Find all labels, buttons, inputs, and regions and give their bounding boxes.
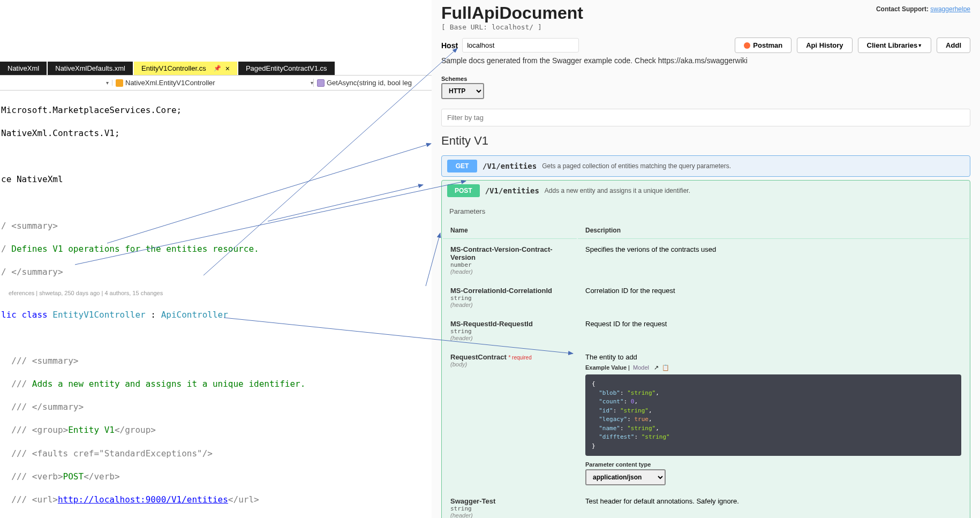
api-description: Sample docs generated from the Swagger e… [432,55,980,71]
copy-icon[interactable]: 📋 [662,364,669,371]
method-badge: GET [447,160,477,172]
th-name: Name [443,222,577,239]
code-line: lic class EntityV1Controller : ApiContro… [0,309,432,321]
code-line: / <summary> [0,220,432,232]
operation-post-entities[interactable]: POST /V1/entities Adds a new entity and … [441,180,970,518]
code-editor[interactable]: Microsoft.MarketplaceServices.Core; Nati… [0,91,432,518]
param-row: MS-Contract-Version-Contract-Versionnumb… [443,240,969,280]
api-title: FullApiDocument [441,3,583,23]
code-line: /// <faults cref="StandardExceptions"/> [0,448,432,460]
operation-path: /V1/entities [483,162,537,170]
code-line: ce NativeXml [0,174,432,185]
code-line: /// <group>Entity V1</group> [0,424,432,436]
postman-button[interactable]: Postman [735,37,791,53]
code-line: /// <summary> [0,355,432,367]
param-row: RequestContract * required(body) The ent… [443,348,969,491]
schemes-select[interactable]: HTTP [441,83,484,99]
code-line: /// <url>http://localhost:9000/V1/entiti… [0,494,432,506]
code-line: NativeXml.Contracts.V1; [0,127,432,139]
parameters-label: Parameters [449,207,485,215]
visual-studio-editor: NativeXml NativeXmlDefaults.xml EntityV1… [0,0,432,518]
code-line: Microsoft.MarketplaceServices.Core; [0,104,432,116]
nav-scope-dropdown[interactable]: ▾ [0,80,112,86]
method-badge: POST [447,184,480,197]
close-icon[interactable]: × [225,64,230,73]
operation-desc: Adds a new entity and assigns it a uniqu… [545,187,690,194]
api-history-button[interactable]: Api History [797,37,852,53]
host-input[interactable] [462,38,579,52]
codelens[interactable]: eferences | shwetap, 250 days ago | 4 au… [0,289,432,297]
external-link-icon[interactable]: ↗ [654,364,659,371]
client-libraries-button[interactable]: Client Libraries ▼ [858,37,932,53]
swagger-ui: FullApiDocument [ Base URL: localhost/ ]… [432,0,980,518]
filter-input[interactable] [441,109,970,126]
tab-nativexmldefaults[interactable]: NativeXmlDefaults.xml [48,62,133,75]
tab-nativexml[interactable]: NativeXml [0,62,47,75]
contact-link[interactable]: swaggerhelpe [930,5,970,13]
method-icon [317,79,325,87]
example-value-tab[interactable]: Example Value [585,364,627,371]
code-nav-bar: ▾ NativeXml.EntityV1Controller ▾ GetAsyn… [0,76,432,91]
schemes-label: Schemes [441,76,970,82]
nav-member-label: GetAsync(string id, bool leg [327,79,412,87]
tab-label: EntityV1Controller.cs [141,64,206,72]
operation-path: /V1/entities [485,186,539,195]
code-line: /// Adds a new entity and assigns it a u… [0,378,432,390]
chevron-down-icon: ▼ [917,43,922,48]
section-title[interactable]: Entity V1 [432,126,980,152]
operation-get-entities[interactable]: GET /V1/entities Gets a paged collection… [441,155,970,177]
content-type-select[interactable]: application/json [585,469,666,485]
param-row: Swagger-Teststring(header) Test header f… [443,492,969,518]
operation-desc: Gets a paged collection of entities matc… [542,162,731,170]
base-url: [ Base URL: localhost/ ] [441,23,583,31]
postman-icon [744,42,750,49]
param-desc: The entity to add [585,353,961,361]
parameters-table: Name Description MS-Contract-Version-Con… [442,221,970,518]
editor-tabs: NativeXml NativeXmlDefaults.xml EntityV1… [0,62,432,76]
th-desc: Description [578,222,969,239]
nav-member-dropdown[interactable]: GetAsync(string id, bool leg [314,79,432,87]
tab-pagedentitycontract[interactable]: PagedEntityContractV1.cs [238,62,335,75]
addl-button[interactable]: Addl [937,37,970,53]
nav-class-label: NativeXml.EntityV1Controller [125,79,215,87]
code-line: /// </summary> [0,401,432,413]
host-label: Host [441,41,458,50]
class-icon [116,79,123,87]
param-row: MS-RequestId-RequestIdstring(header) Req… [443,314,969,347]
example-json[interactable]: { "blob": "string", "count": 0, "id": "s… [585,374,961,456]
tab-entityv1controller[interactable]: EntityV1Controller.cs 📌 × [134,62,237,75]
code-line: /// <verb>POST</verb> [0,471,432,483]
contact-support: Contact Support: swaggerhelpe [876,5,970,13]
code-line: / Defines V1 operations for the entities… [0,243,432,255]
model-tab[interactable]: Model [631,364,651,371]
content-type-label: Parameter content type [585,461,961,468]
code-line: / </summary> [0,266,432,278]
pin-icon[interactable]: 📌 [214,65,221,72]
param-row: MS-CorrelationId-CorrelationIdstring(hea… [443,281,969,313]
nav-class-dropdown[interactable]: NativeXml.EntityV1Controller ▾ [112,79,314,87]
